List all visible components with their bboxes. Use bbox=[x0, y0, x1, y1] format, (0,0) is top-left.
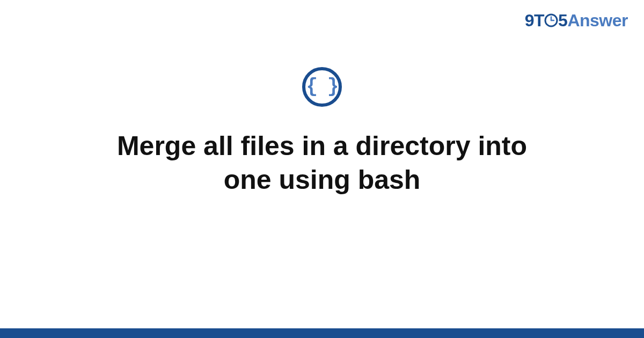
logo-text-answer: Answer bbox=[567, 11, 628, 30]
braces-glyph: { } bbox=[306, 77, 338, 97]
page-title: Merge all files in a directory into one … bbox=[80, 129, 564, 196]
logo-text-5: 5 bbox=[558, 11, 567, 30]
code-braces-icon: { } bbox=[302, 67, 342, 107]
main-content: { } Merge all files in a directory into … bbox=[0, 67, 644, 196]
logo-text-9t: 9T bbox=[525, 11, 544, 30]
footer-accent-bar bbox=[0, 328, 644, 338]
site-logo: 9T 5Answer bbox=[525, 11, 628, 31]
clock-icon bbox=[544, 13, 558, 27]
